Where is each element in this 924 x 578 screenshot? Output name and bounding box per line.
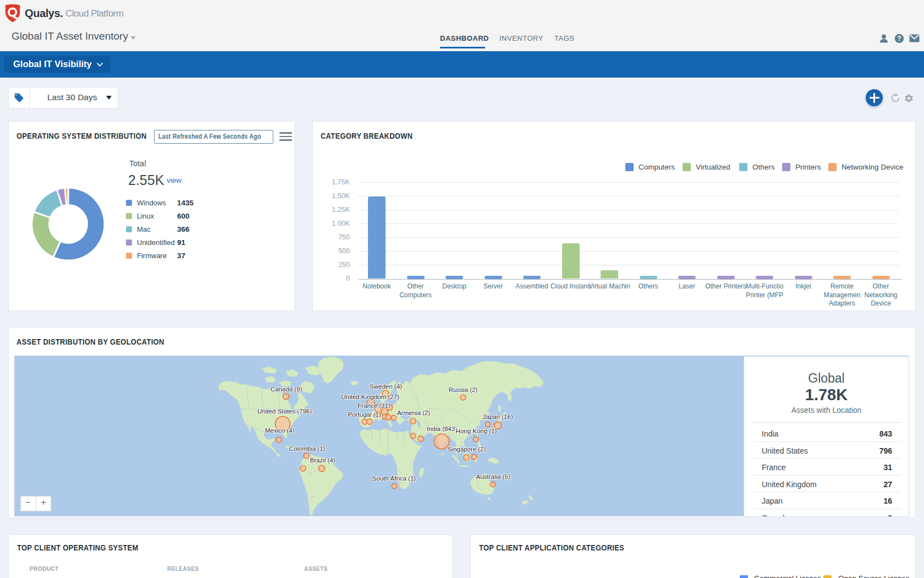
svg-text:?: ?	[897, 35, 901, 42]
